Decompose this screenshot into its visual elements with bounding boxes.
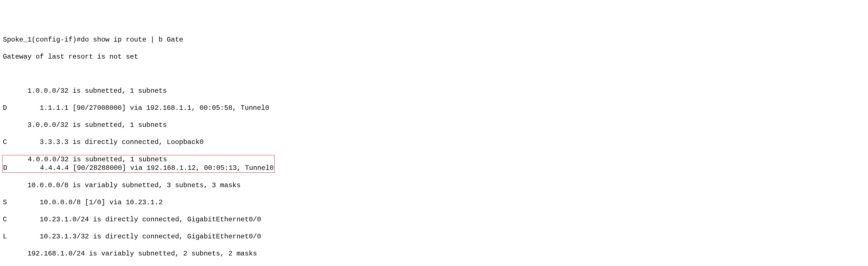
terminal-line-route-summary: 1.0.0.0/32 is subnetted, 1 subnets [3,87,865,95]
terminal-line-blank [3,70,865,78]
highlighted-route-block: 4.0.0.0/32 is subnetted, 1 subnets D 4.4… [3,155,865,173]
terminal-line-route-entry: S 10.0.0.0/8 [1/0] via 10.23.1.2 [3,198,865,207]
terminal-line-route-entry: C 10.23.1.0/24 is directly connected, Gi… [3,215,865,224]
terminal-line-route-entry: L 10.23.1.3/32 is directly connected, Gi… [3,232,865,241]
terminal-line-route-entry: C 3.3.3.3 is directly connected, Loopbac… [3,138,865,146]
terminal-line-route-entry: D 4.4.4.4 [90/28288000] via 192.168.1.12… [3,164,274,172]
terminal-line-route-entry: D 1.1.1.1 [90/27008000] via 192.168.1.1,… [3,104,865,112]
terminal-line-command: Spoke_1(config-if)#do show ip route | b … [3,36,865,44]
terminal-line-gateway: Gateway of last resort is not set [3,53,865,61]
terminal-line-route-summary: 10.0.0.0/8 is variably subnetted, 3 subn… [3,181,865,190]
terminal-line-route-summary: 4.0.0.0/32 is subnetted, 1 subnets [3,156,266,163]
terminal-line-route-summary: 3.0.0.0/32 is subnetted, 1 subnets [3,121,865,129]
terminal-line-route-summary: 192.168.1.0/24 is variably subnetted, 2 … [3,250,865,258]
